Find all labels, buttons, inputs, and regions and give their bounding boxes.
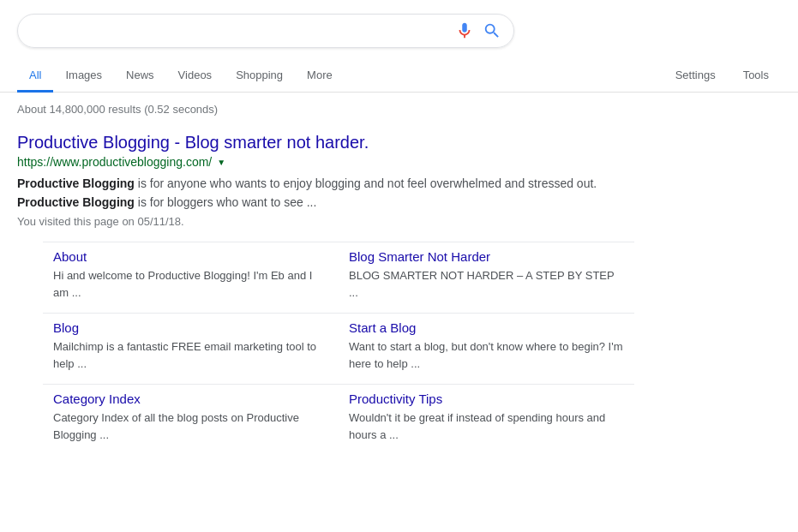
sublink-desc-about: Hi and welcome to Productive Blogging! I… [53,269,312,299]
sublink-item: About Hi and welcome to Productive Blogg… [43,242,339,313]
sublink-item: Productivity Tips Wouldn't it be great i… [339,384,634,455]
snippet-text-2: is for bloggers who want to see ... [135,195,316,209]
tab-images[interactable]: Images [53,60,114,93]
tab-settings[interactable]: Settings [663,60,728,93]
sublinks-grid: About Hi and welcome to Productive Blogg… [43,242,634,455]
sublink-title-category[interactable]: Category Index [53,392,328,406]
sublink-desc-blog-smarter: BLOG SMARTER NOT HARDER – A STEP BY STEP… [349,269,614,299]
search-icon [483,21,501,40]
snippet-bold-1: Productive Blogging [17,176,135,190]
result-url: https://www.productiveblogging.com/ [17,155,212,169]
sublink-desc-category: Category Index of all the blog posts on … [53,411,299,441]
sublink-desc-start-blog: Want to start a blog, but don't know whe… [349,340,623,370]
nav-tabs: All Images News Videos Shopping More Set… [0,51,798,93]
search-input[interactable]: productive blogging [30,23,455,39]
sublink-desc-blog: Mailchimp is a fantastic FREE email mark… [53,340,316,370]
sublink-item: Blog Smarter Not Harder BLOG SMARTER NOT… [339,242,634,313]
sublink-item: Start a Blog Want to start a blog, but d… [339,313,634,384]
sublink-title-productivity[interactable]: Productivity Tips [349,392,624,406]
search-box: productive blogging [17,14,514,48]
nav-right: Settings Tools [663,60,781,92]
sublink-title-blog[interactable]: Blog [53,320,328,335]
sublink-item: Category Index Category Index of all the… [43,384,339,455]
snippet-bold-2: Productive Blogging [17,195,135,209]
sublink-title-about[interactable]: About [53,249,328,264]
sublink-item: Blog Mailchimp is a fantastic FREE email… [43,313,339,384]
result-title[interactable]: Productive Blogging - Blog smarter not h… [17,131,634,153]
tab-tools[interactable]: Tools [731,60,781,93]
search-icons [455,21,501,40]
visited-note: You visited this page on 05/11/18. [17,215,634,228]
results-area: About 14,800,000 results (0.52 seconds) … [0,93,651,455]
mic-button[interactable] [455,21,474,40]
snippet-text-1: is for anyone who wants to enjoy bloggin… [135,176,597,190]
nav-left: All Images News Videos Shopping More [17,60,663,92]
dropdown-arrow-icon[interactable]: ▼ [217,158,225,167]
tab-news[interactable]: News [114,60,166,93]
sublink-desc-productivity: Wouldn't it be great if instead of spend… [349,411,605,441]
tab-all[interactable]: All [17,60,53,93]
search-button[interactable] [483,21,501,40]
mic-icon [455,21,474,40]
results-count: About 14,800,000 results (0.52 seconds) [17,103,634,116]
tab-shopping[interactable]: Shopping [224,60,295,93]
sublink-title-blog-smarter[interactable]: Blog Smarter Not Harder [349,249,624,264]
tab-videos[interactable]: Videos [166,60,225,93]
main-result: Productive Blogging - Blog smarter not h… [17,131,634,228]
tab-more[interactable]: More [295,60,345,93]
result-snippet: Productive Blogging is for anyone who wa… [17,174,634,212]
search-bar-area: productive blogging [0,0,798,48]
result-url-row: https://www.productiveblogging.com/ ▼ [17,155,634,169]
sublink-title-start-blog[interactable]: Start a Blog [349,320,624,335]
